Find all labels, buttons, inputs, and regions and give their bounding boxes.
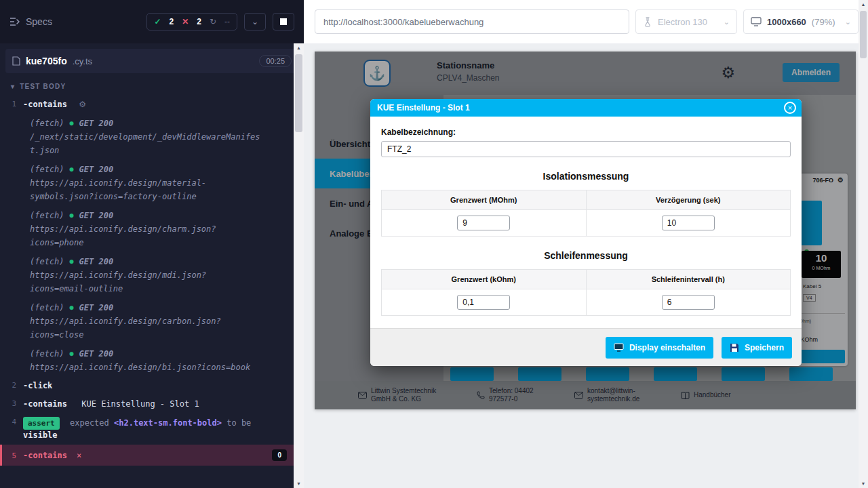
fetch-url: https://api.iconify.design/charm.json?ic…: [30, 222, 264, 249]
browser-label: Electron 130: [658, 17, 707, 27]
loop-table: Grenzwert (kOhm) Schleifenintervall (h): [381, 269, 791, 316]
scrollbar-thumb[interactable]: [295, 54, 302, 132]
status-dot-icon: ●: [70, 117, 74, 130]
stop-button[interactable]: [273, 13, 294, 30]
scrollbar-thumb[interactable]: [860, 11, 867, 58]
status-dot-icon: ●: [70, 347, 74, 361]
fetch-log-row[interactable]: (fetch) ● GET 200 https://api.iconify.de…: [0, 160, 294, 206]
fetch-url: https://api.iconify.design/carbon.json?i…: [30, 314, 264, 342]
spec-header[interactable]: kue705fo .cy.ts 00:25: [5, 49, 298, 73]
fetch-log-row[interactable]: (fetch) ● GET 200 https://api.iconify.de…: [0, 344, 294, 377]
cable-designation-label: Kabelbezeichnung:: [381, 127, 791, 137]
restart-count: --: [224, 17, 230, 26]
command-row[interactable]: 2 -click: [0, 377, 294, 395]
fetch-status: GET 200: [79, 301, 114, 314]
assert-value: visible: [23, 430, 58, 440]
command-name: -contains: [23, 399, 67, 409]
loop-section-title: Schleifenmessung: [381, 250, 791, 261]
iso-col1-header: Grenzwert (MOhm): [382, 190, 587, 210]
command-row[interactable]: 3 -contains KUE Einstellung - Slot 1: [0, 395, 294, 413]
browser-select[interactable]: Electron 130 ⌄: [635, 9, 737, 34]
fetch-label: (fetch): [30, 117, 64, 130]
assert-row[interactable]: 4 assert expected <h2.text-sm.font-bold>…: [0, 413, 294, 445]
url-input[interactable]: [315, 9, 629, 34]
iso-limit-input[interactable]: [457, 216, 510, 230]
scroll-down-icon[interactable]: ▼: [859, 481, 868, 486]
command-name: -contains: [23, 100, 67, 109]
passed-count: 2: [170, 17, 174, 26]
status-dot-icon: ●: [70, 301, 74, 314]
fetch-log-row[interactable]: (fetch) ● GET 200 https://api.iconify.de…: [0, 206, 294, 252]
chevron-down-icon: ⌄: [724, 18, 730, 26]
viewport-size: 1000x660: [767, 17, 806, 27]
failed-count: 2: [197, 17, 201, 26]
assert-mid: to be: [226, 418, 251, 428]
spec-duration: 00:25: [259, 55, 292, 67]
assert-selector: <h2.text-sm.font-bold>: [114, 418, 222, 428]
line-number: 3: [0, 399, 23, 408]
loop-limit-input[interactable]: [457, 295, 510, 310]
viewport-select[interactable]: 1000x660 (79%) ⌄: [743, 9, 859, 34]
app-frame: ⚓ Stationsname CPLV4_Maschen ⚙ Abmelden …: [315, 52, 856, 409]
line-number: 1: [0, 99, 23, 108]
command-name: -contains: [23, 451, 67, 460]
scroll-down-icon[interactable]: ▼: [294, 481, 304, 486]
chevron-down-icon: ▾: [11, 83, 15, 90]
fetch-log-row[interactable]: (fetch) ● GET 200 https://api.iconify.de…: [0, 298, 294, 344]
test-body-section[interactable]: ▾ TEST BODY: [0, 73, 304, 96]
cable-designation-input[interactable]: [381, 141, 791, 157]
command-argument: ×: [77, 451, 81, 460]
section-label: TEST BODY: [20, 83, 66, 90]
status-dot-icon: ●: [70, 163, 74, 176]
scroll-up-icon[interactable]: ▲: [294, 45, 304, 50]
modal-title: KUE Einstellung - Slot 1: [377, 103, 470, 113]
loop-col1-header: Grenzwert (kOhm): [382, 270, 587, 289]
loop-interval-input[interactable]: [662, 295, 715, 310]
fetch-status: GET 200: [79, 117, 114, 130]
viewport-icon: [751, 17, 762, 26]
display-on-button[interactable]: Display einschalten: [606, 337, 713, 359]
command-row[interactable]: 1 -contains ⚙: [0, 96, 294, 114]
fetch-url: https://api.iconify.design/material-symb…: [30, 176, 264, 203]
display-on-label: Display einschalten: [629, 343, 705, 352]
fetch-label: (fetch): [30, 163, 64, 176]
runner-header: Specs ✓ 2 ✕ 2 ↻ -- ⌄: [0, 0, 304, 43]
save-button[interactable]: Speichern: [722, 337, 792, 359]
line-number: 2: [0, 380, 23, 390]
reporter-scrollbar[interactable]: ▲ ▼: [294, 43, 304, 488]
iso-col2-header: Verzögerung (sek): [586, 190, 791, 210]
loop-col2-header: Schleifenintervall (h): [586, 270, 791, 289]
passed-icon: ✓: [154, 17, 161, 26]
scroll-up-icon[interactable]: ▲: [859, 2, 868, 7]
fetch-url: https://api.iconify.design/bi.json?icons…: [30, 361, 264, 374]
aut-toolbar: Electron 130 ⌄ 1000x660 (79%) ⌄: [304, 0, 859, 43]
fetch-status: GET 200: [79, 209, 114, 222]
close-icon[interactable]: ×: [784, 102, 796, 114]
fetch-label: (fetch): [30, 301, 64, 314]
stop-icon: [280, 18, 287, 25]
restart-icon: ↻: [210, 17, 216, 26]
viewport-scale: (79%): [812, 17, 835, 27]
chevron-down-icon: ⌄: [252, 17, 258, 26]
save-label: Speichern: [745, 343, 784, 352]
spec-file-icon: [12, 56, 20, 66]
kue-settings-modal: KUE Einstellung - Slot 1 × Kabelbezeichn…: [370, 99, 802, 366]
fetch-url: /_next/static/development/_devMiddleware…: [30, 130, 264, 157]
isolation-table: Grenzwert (MOhm) Verzögerung (sek): [381, 190, 791, 237]
collapse-runner-button[interactable]: ⌄: [244, 13, 266, 30]
gear-icon: ⚙: [79, 100, 86, 109]
failed-command-row[interactable]: 5 -contains × 0: [0, 445, 294, 466]
fetch-log-row[interactable]: (fetch) ● GET 200 https://api.iconify.de…: [0, 252, 294, 298]
page-scrollbar[interactable]: ▲ ▼: [859, 0, 868, 488]
fetch-label: (fetch): [30, 255, 64, 268]
status-dot-icon: ●: [70, 255, 74, 268]
fetch-status: GET 200: [79, 255, 114, 268]
monitor-icon: [614, 343, 624, 352]
fetch-log-row[interactable]: (fetch) ● GET 200 /_next/static/developm…: [0, 114, 294, 160]
specs-list-icon: [9, 17, 20, 26]
iso-delay-input[interactable]: [662, 216, 715, 230]
isolation-section-title: Isolationsmessung: [381, 171, 791, 182]
specs-menu[interactable]: Specs: [9, 16, 52, 27]
command-argument: KUE Einstellung - Slot 1: [81, 399, 199, 409]
flask-icon: [643, 17, 652, 27]
